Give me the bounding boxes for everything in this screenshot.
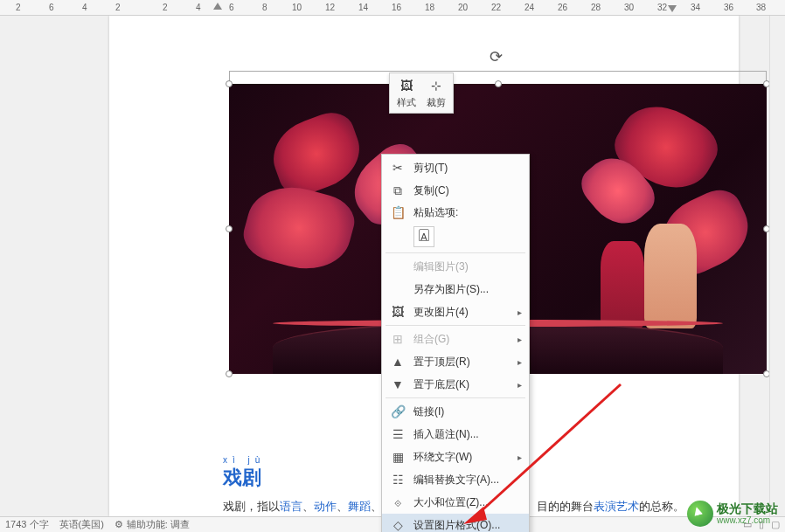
menu-size-position[interactable]: ⟐ 大小和位置(Z)... [382, 491, 529, 514]
mini-style-button[interactable]: 🖼 样式 [392, 75, 421, 111]
save-icon [389, 280, 406, 298]
resize-handle-tl[interactable] [226, 80, 233, 87]
crop-icon: ⊹ [427, 77, 445, 94]
mini-crop-label: 裁剪 [427, 96, 446, 109]
paste-options-row: A [382, 223, 529, 251]
submenu-arrow-icon: ▸ [518, 357, 522, 367]
rotate-handle-icon[interactable]: ⟳ [490, 47, 507, 65]
submenu-arrow-icon: ▸ [518, 380, 522, 390]
edit-picture-icon [389, 258, 406, 275]
menu-wrap-text[interactable]: ▦ 环绕文字(W) ▸ [382, 446, 529, 468]
link-action[interactable]: 动作 [314, 500, 337, 513]
menu-change-picture[interactable]: 🖼 更改图片(4) ▸ [382, 301, 529, 323]
format-picture-icon: ◇ [389, 516, 406, 532]
mini-crop-button[interactable]: ⊹ 裁剪 [421, 75, 451, 111]
menu-copy[interactable]: ⧉ 复制(C) [382, 179, 529, 202]
status-accessibility[interactable]: ⚙辅助功能: 调查 [115, 518, 190, 531]
group-icon: ⊞ [389, 330, 406, 348]
ruler-indent-left[interactable] [213, 3, 222, 10]
link-language[interactable]: 语言 [280, 500, 302, 513]
watermark: 极光下载站 www.xz7.com [687, 501, 778, 527]
menu-paste-options-header: 📋 粘贴选项: [382, 202, 529, 223]
resize-handle-bl[interactable] [226, 370, 233, 377]
submenu-arrow-icon: ▸ [518, 307, 522, 317]
status-language[interactable]: 英语(美国) [59, 518, 104, 531]
link-stage-art[interactable]: 表演艺术 [594, 500, 639, 513]
menu-cut[interactable]: ✂ 剪切(T) [382, 156, 529, 179]
menu-group: ⊞ 组合(G) ▸ [382, 328, 529, 350]
ruler-indent-right[interactable] [668, 5, 677, 12]
mini-style-label: 样式 [397, 96, 416, 109]
submenu-arrow-icon: ▸ [518, 453, 522, 462]
copy-icon: ⧉ [389, 182, 406, 199]
menu-save-as-picture[interactable]: 另存为图片(S)... [382, 278, 529, 301]
menu-edit-alt-text[interactable]: ☷ 编辑替换文字(A)... [382, 468, 529, 491]
menu-edit-picture: 编辑图片(3) [382, 255, 529, 278]
link-icon: 🔗 [389, 403, 406, 420]
watermark-title: 极光下载站 [717, 502, 778, 515]
picture-style-icon: 🖼 [398, 77, 415, 94]
cut-icon: ✂ [389, 159, 406, 176]
submenu-arrow-icon: ▸ [518, 335, 522, 344]
menu-link[interactable]: 🔗 链接(I) [382, 400, 529, 423]
resize-handle-tm[interactable] [495, 80, 502, 87]
resize-handle-mr[interactable] [763, 225, 769, 232]
menu-insert-caption[interactable]: ☰ 插入题注(N)... [382, 423, 529, 446]
resize-handle-ml[interactable] [226, 225, 233, 232]
mini-toolbar: 🖼 样式 ⊹ 裁剪 [389, 73, 454, 114]
horizontal-ruler: 2642 2468 10121416 18202224 26283032 343… [0, 0, 785, 16]
bring-front-icon: ▲ [389, 353, 406, 370]
menu-bring-front[interactable]: ▲ 置于顶层(R) ▸ [382, 350, 529, 373]
link-dance[interactable]: 舞蹈 [348, 500, 371, 513]
status-word-count[interactable]: 1743 个字 [5, 518, 49, 531]
watermark-url: www.xz7.com [717, 515, 778, 525]
size-icon: ⟐ [389, 494, 406, 511]
caption-icon: ☰ [389, 425, 406, 443]
menu-send-back[interactable]: ▼ 置于底层(K) ▸ [382, 373, 529, 396]
wrap-text-icon: ▦ [389, 448, 406, 466]
send-back-icon: ▼ [389, 376, 406, 393]
watermark-logo-icon [687, 501, 713, 527]
menu-format-picture[interactable]: ◇ 设置图片格式(O)... [382, 514, 529, 532]
paste-keep-text-button[interactable]: A [413, 226, 434, 247]
context-menu: ✂ 剪切(T) ⧉ 复制(C) 📋 粘贴选项: A 编辑图片(3) 另存为图片(… [381, 154, 530, 532]
paste-icon: 📋 [389, 204, 406, 221]
vertical-scrollbar[interactable] [769, 16, 785, 516]
resize-handle-tr[interactable] [763, 80, 769, 87]
change-picture-icon: 🖼 [389, 303, 406, 321]
alt-text-icon: ☷ [389, 471, 406, 488]
resize-handle-br[interactable] [763, 370, 769, 377]
